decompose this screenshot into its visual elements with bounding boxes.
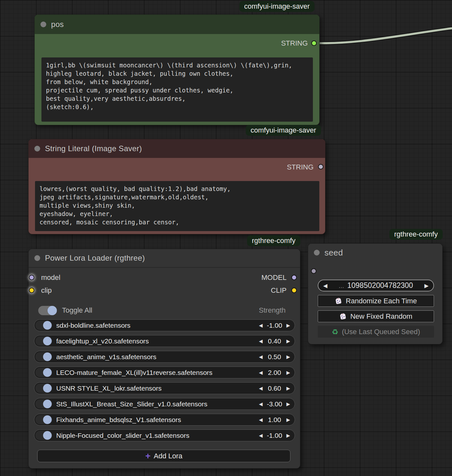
recycle-icon: ♻ [332, 328, 339, 336]
plus-icon: + [145, 452, 150, 461]
lora-toggle[interactable] [35, 399, 52, 409]
use-last-queued-seed-button[interactable]: ♻ (Use Last Queued Seed) [318, 326, 434, 338]
strength-decrease-icon[interactable]: ◀ [259, 338, 263, 344]
node-header[interactable]: seed [308, 244, 442, 262]
seed-ellipsis: ... [339, 282, 344, 289]
randomize-label: Randomize Each Time [346, 297, 417, 305]
output-label-string: STRING [287, 163, 314, 171]
pos-prompt-node: pos STRING 1girl,bb \(swimsuit mooncance… [34, 14, 320, 125]
collapse-dot-icon[interactable] [34, 146, 40, 151]
seed-value-widget[interactable]: ◀ ...1098502004782300 ▶ [318, 280, 434, 291]
strength-increase-icon[interactable]: ▶ [286, 354, 290, 360]
strength-value[interactable]: -1.00 [266, 432, 283, 439]
string-literal-node: String Literal (Image Saver) STRING lowr… [28, 139, 325, 234]
strength-decrease-icon[interactable]: ◀ [259, 385, 263, 391]
string-output-port[interactable] [318, 164, 323, 169]
lora-row[interactable]: StS_IllustXL_Breast_Size_Slider_v1.0.saf… [34, 398, 295, 410]
seed-increase-icon[interactable]: ▶ [424, 282, 429, 289]
positive-prompt-textarea[interactable]: 1girl,bb \(swimsuit mooncancer\) \(third… [41, 57, 313, 122]
node-title: pos [51, 20, 64, 29]
strength-increase-icon[interactable]: ▶ [286, 323, 290, 328]
strength-increase-icon[interactable]: ▶ [286, 338, 290, 344]
string-output-port[interactable] [311, 40, 317, 46]
model-input-port[interactable] [29, 275, 34, 280]
toggle-all-switch[interactable] [38, 306, 57, 315]
output-label-clip: CLIP [271, 285, 287, 296]
strength-value[interactable]: 2.00 [266, 369, 283, 376]
strength-value[interactable]: 0.40 [266, 337, 283, 345]
lora-toggle[interactable] [35, 321, 52, 330]
lora-name[interactable]: Fixhands_anime_bdsqlsz_V1.safetensors [56, 416, 259, 424]
lora-row[interactable]: sdxl-boldline.safetensors ◀ -1.00 ▶ [34, 319, 295, 331]
lora-toggle[interactable] [35, 352, 52, 361]
lora-toggle[interactable] [35, 431, 52, 440]
strength-decrease-icon[interactable]: ◀ [259, 433, 263, 438]
lora-row[interactable]: LECO-mature_female_XL(ill)v11reverse.saf… [34, 367, 295, 378]
strength-value[interactable]: -1.00 [266, 322, 283, 329]
strength-value[interactable]: -3.00 [266, 400, 283, 408]
add-lora-button[interactable]: + Add Lora [37, 450, 290, 462]
strength-increase-icon[interactable]: ▶ [286, 417, 290, 423]
strength-decrease-icon[interactable]: ◀ [259, 417, 263, 423]
output-label-string: STRING [281, 39, 308, 48]
dice-icon [339, 313, 347, 320]
add-lora-label: Add Lora [154, 452, 182, 460]
lora-name[interactable]: Nipple-Focused_color_slider_v1.safetenso… [56, 432, 259, 439]
strength-increase-icon[interactable]: ▶ [286, 401, 290, 407]
node-graph-canvas[interactable]: comfyui-image-saver comfyui-image-saver … [0, 0, 452, 476]
clip-input-port[interactable] [29, 288, 34, 293]
input-label-model: model [41, 272, 60, 283]
dice-icon [335, 297, 342, 305]
power-lora-loader-node: Power Lora Loader (rgthree) model MODEL … [28, 249, 300, 469]
model-output-port[interactable] [291, 275, 297, 280]
strength-value[interactable]: 0.50 [266, 353, 283, 361]
lora-name[interactable]: StS_IllustXL_Breast_Size_Slider_v1.0.saf… [56, 400, 259, 408]
node-source-badge: rgthree-comfy [247, 235, 300, 246]
strength-increase-icon[interactable]: ▶ [286, 433, 290, 438]
lora-toggle[interactable] [35, 368, 52, 377]
negative-prompt-textarea[interactable]: lowres,(worst quality, bad quality:1.2),… [35, 181, 319, 231]
strength-decrease-icon[interactable]: ◀ [259, 401, 263, 407]
seed-decrease-icon[interactable]: ◀ [323, 282, 327, 289]
strength-value[interactable]: 0.60 [266, 385, 283, 392]
node-header[interactable]: Power Lora Loader (rgthree) [29, 249, 300, 268]
lora-name[interactable]: aesthetic_anime_v1s.safetensors [56, 353, 259, 361]
lora-row[interactable]: Fixhands_anime_bdsqlsz_V1.safetensors ◀ … [34, 414, 295, 426]
strength-decrease-icon[interactable]: ◀ [259, 354, 263, 360]
lora-row[interactable]: aesthetic_anime_v1s.safetensors ◀ 0.50 ▶ [34, 351, 295, 363]
clip-output-port[interactable] [291, 288, 297, 293]
toggle-all-label: Toggle All [62, 306, 92, 315]
lora-row[interactable]: Nipple-Focused_color_slider_v1.safetenso… [34, 429, 295, 441]
strength-increase-icon[interactable]: ▶ [286, 385, 290, 391]
lora-name[interactable]: facelightup_xl_v20.safetensors [56, 337, 259, 345]
randomize-each-time-button[interactable]: Randomize Each Time [318, 295, 434, 307]
new-fixed-random-button[interactable]: New Fixed Random [318, 310, 434, 322]
strength-decrease-icon[interactable]: ◀ [259, 370, 263, 376]
collapse-dot-icon[interactable] [314, 250, 320, 255]
node-header[interactable]: pos [35, 15, 319, 34]
collapse-dot-icon[interactable] [34, 255, 40, 261]
lora-name[interactable]: sdxl-boldline.safetensors [56, 322, 259, 329]
collapse-dot-icon[interactable] [40, 22, 46, 27]
strength-decrease-icon[interactable]: ◀ [259, 323, 263, 328]
lora-name[interactable]: LECO-mature_female_XL(ill)v11reverse.saf… [56, 369, 259, 376]
lora-toggle[interactable] [35, 384, 52, 393]
use-last-queued-seed-label: (Use Last Queued Seed) [342, 328, 420, 336]
lora-row[interactable]: facelightup_xl_v20.safetensors ◀ 0.40 ▶ [34, 335, 295, 347]
node-title: seed [324, 248, 343, 258]
lora-name[interactable]: USNR STYLE_XL_lokr.safetensors [56, 385, 259, 392]
strength-increase-icon[interactable]: ▶ [286, 370, 290, 376]
lora-row[interactable]: USNR STYLE_XL_lokr.safetensors ◀ 0.60 ▶ [34, 382, 295, 394]
node-source-badge: comfyui-image-saver [246, 125, 321, 136]
seed-node: seed ◀ ...1098502004782300 ▶ Random [308, 243, 443, 344]
strength-header: Strength [259, 306, 286, 315]
node-header[interactable]: String Literal (Image Saver) [29, 139, 325, 158]
lora-toggle[interactable] [35, 415, 52, 424]
new-fixed-random-label: New Fixed Random [350, 312, 412, 321]
seed-value[interactable]: 1098502004782300 [347, 281, 413, 290]
output-label-model: MODEL [261, 272, 287, 283]
strength-value[interactable]: 1.00 [266, 416, 283, 424]
node-source-badge: rgthree-comfy [389, 229, 443, 240]
seed-output-port[interactable] [311, 268, 316, 274]
lora-toggle[interactable] [35, 336, 52, 346]
